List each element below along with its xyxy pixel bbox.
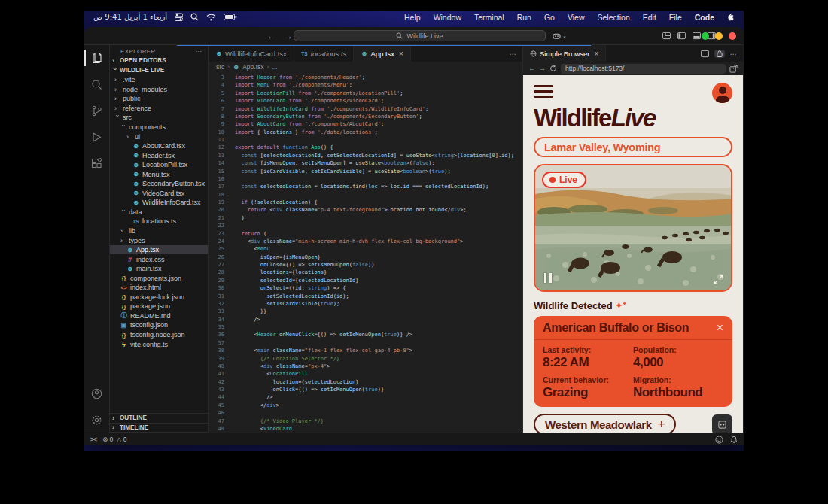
code-line[interactable]: 35: [209, 323, 522, 331]
tree-folder-.vite[interactable]: ›.vite: [110, 75, 208, 85]
code-line[interactable]: 27 onClose={() => setIsMenuOpen(false)}: [209, 261, 522, 269]
tree-folder-node_modules[interactable]: ›node_modules: [110, 85, 208, 95]
accounts-icon[interactable]: [84, 384, 110, 403]
remote-indicator[interactable]: ><: [90, 436, 96, 443]
code-line[interactable]: 11: [209, 136, 522, 144]
code-line[interactable]: 25 <Menu: [209, 245, 522, 253]
breadcrumb-item[interactable]: ...: [272, 63, 277, 71]
code-line[interactable]: 19 if (!selectedLocation) {: [209, 199, 522, 206]
code-line[interactable]: 48 <VideoCard: [209, 425, 522, 433]
wifi-icon[interactable]: [206, 14, 216, 21]
menu-item-go[interactable]: Go: [544, 13, 555, 22]
customize-layout-icon[interactable]: [662, 32, 671, 40]
tree-file-components.json[interactable]: {}components.json: [110, 273, 208, 283]
tree-file-package.json[interactable]: {}package.json: [110, 302, 208, 311]
code-line[interactable]: 4import Menu from './components/Menu';: [209, 81, 522, 89]
toggle-panel-icon[interactable]: [693, 32, 701, 40]
url-input[interactable]: http://localhost:5173/: [561, 64, 726, 74]
tree-folder-reference[interactable]: ›reference: [110, 104, 208, 114]
code-line[interactable]: 30 onSelect={(id: string) => {: [209, 284, 522, 292]
tree-file-Header.tsx[interactable]: ⊛Header.tsx: [110, 150, 208, 160]
code-line[interactable]: 20 return <div className="p-4 text-foreg…: [209, 206, 522, 214]
breadcrumb-item[interactable]: App.tsx: [242, 63, 263, 71]
code-line[interactable]: 22: [209, 222, 522, 229]
tree-file-Menu.tsx[interactable]: ⊛Menu.tsx: [110, 169, 208, 179]
window-minimize-button[interactable]: [715, 32, 723, 40]
control-center-icon[interactable]: [175, 13, 183, 21]
tree-folder-src[interactable]: ›src: [110, 113, 208, 123]
window-zoom-button[interactable]: [702, 32, 709, 40]
code-line[interactable]: 41 <LocationPill: [209, 370, 522, 378]
menu-item-window[interactable]: Window: [434, 13, 461, 22]
open-editors-section[interactable]: ›OPEN EDITORS: [110, 56, 208, 65]
problems-indicator[interactable]: ⊗ 0 △ 0: [102, 436, 127, 443]
tab-close-icon[interactable]: ×: [399, 50, 403, 58]
menu-item-view[interactable]: View: [568, 13, 585, 22]
menu-item-file[interactable]: File: [669, 13, 682, 22]
tab-wildlifeinfocard[interactable]: ⊛ WildlifeInfoCard.tsx: [209, 45, 294, 62]
menu-item-terminal[interactable]: Terminal: [474, 13, 504, 22]
project-root-folder[interactable]: ›WILDLIFE LIVE: [110, 65, 208, 75]
copilot-menu-button[interactable]: ⌄: [553, 32, 567, 40]
explorer-more-actions[interactable]: ⋯: [196, 48, 202, 55]
command-center[interactable]: Wildlife Live: [294, 30, 546, 41]
code-line[interactable]: 40 <div className="px-4">: [209, 363, 522, 370]
code-line[interactable]: 13 const [selectedLocationId, setSelecte…: [209, 152, 522, 159]
tree-file-tsconfig.node.json[interactable]: {}tsconfig.node.json: [110, 330, 208, 340]
notifications-bell-icon[interactable]: [730, 436, 738, 444]
toggle-sidebar-icon[interactable]: [677, 32, 686, 40]
browser-back-button[interactable]: ←: [528, 65, 535, 72]
code-line[interactable]: 45 </div>: [209, 402, 522, 409]
code-line[interactable]: 21 }: [209, 214, 522, 222]
tree-file-index.css[interactable]: #index.css: [110, 254, 208, 264]
pause-button[interactable]: [544, 273, 552, 283]
tree-file-AboutCard.tsx[interactable]: ⊛AboutCard.tsx: [110, 141, 208, 151]
code-line[interactable]: 26 isOpen={isMenuOpen}: [209, 254, 522, 261]
close-icon[interactable]: ×: [717, 323, 723, 333]
tab-app[interactable]: ⊛ App.tsx ×: [354, 45, 411, 62]
browser-forward-button[interactable]: →: [539, 65, 546, 72]
code-line[interactable]: 15 const [isCardVisible, setIsCardVisibl…: [209, 168, 522, 175]
feedback-smiley-icon[interactable]: [715, 436, 723, 444]
breadcrumb-item[interactable]: src: [216, 63, 224, 71]
tree-file-main.tsx[interactable]: ⊛main.tsx: [110, 264, 208, 274]
code-line[interactable]: 28 locations={locations}: [209, 269, 522, 276]
spotlight-search-icon[interactable]: [190, 13, 199, 21]
location-selector-pill[interactable]: Lamar Valley, Wyoming: [534, 137, 732, 157]
tree-folder-lib[interactable]: ›lib: [110, 226, 208, 236]
split-editor-icon[interactable]: [701, 50, 709, 58]
code-line[interactable]: 7import WildlifeInfoCard from './compone…: [209, 105, 522, 113]
code-line[interactable]: 6import VideoCard from './components/Vid…: [209, 97, 522, 105]
explorer-icon[interactable]: [84, 48, 110, 68]
apple-menu-icon[interactable]: [726, 12, 735, 22]
menu-item-selection[interactable]: Selection: [598, 13, 630, 22]
next-species-pill[interactable]: Western Meadowlark +: [534, 414, 676, 433]
code-line[interactable]: 43 onClick={() => setIsMenuOpen(true)}: [209, 386, 522, 393]
tree-folder-public[interactable]: ›public: [110, 94, 208, 104]
tree-file-LocationPill.tsx[interactable]: ⊛LocationPill.tsx: [110, 160, 208, 170]
code-line[interactable]: 5import LocationPill from './components/…: [209, 90, 522, 97]
code-line[interactable]: 14 const [isMenuOpen, setIsMenuOpen] = u…: [209, 159, 522, 167]
code-line[interactable]: 29 selectedId={selectedLocationId}: [209, 277, 522, 284]
code-area[interactable]: 3import Header from './components/Header…: [209, 72, 522, 433]
extensions-icon[interactable]: [84, 153, 110, 173]
tree-file-package-lock.json[interactable]: {}package-lock.json: [110, 293, 208, 302]
tree-file-locations.ts[interactable]: TSlocations.ts: [110, 217, 208, 226]
tree-file-README.md[interactable]: ⓘREADME.md: [110, 311, 208, 321]
history-forward-button[interactable]: →: [284, 31, 293, 41]
code-line[interactable]: 38 <main className="flex-1 flex flex-col…: [209, 347, 522, 354]
run-debug-icon[interactable]: [84, 127, 110, 147]
browser-overlay-button[interactable]: [712, 414, 732, 433]
code-line[interactable]: 17 const selectedLocation = locations.fi…: [209, 183, 522, 190]
timeline-section[interactable]: ›TIMELINE: [110, 424, 208, 433]
lock-icon[interactable]: [714, 50, 725, 58]
tree-file-vite.config.ts[interactable]: ϟvite.config.ts: [110, 339, 208, 349]
window-close-button[interactable]: [729, 32, 736, 40]
code-line[interactable]: 37: [209, 339, 522, 347]
tree-folder-ui[interactable]: ›ui: [110, 132, 208, 141]
tree-folder-data[interactable]: ›data: [110, 208, 208, 217]
search-view-icon[interactable]: [84, 74, 110, 94]
browser-more-actions[interactable]: ⋯: [730, 50, 738, 58]
code-line[interactable]: 23 return (: [209, 230, 522, 238]
tab-simple-browser[interactable]: Simple Browser ×: [523, 45, 606, 62]
